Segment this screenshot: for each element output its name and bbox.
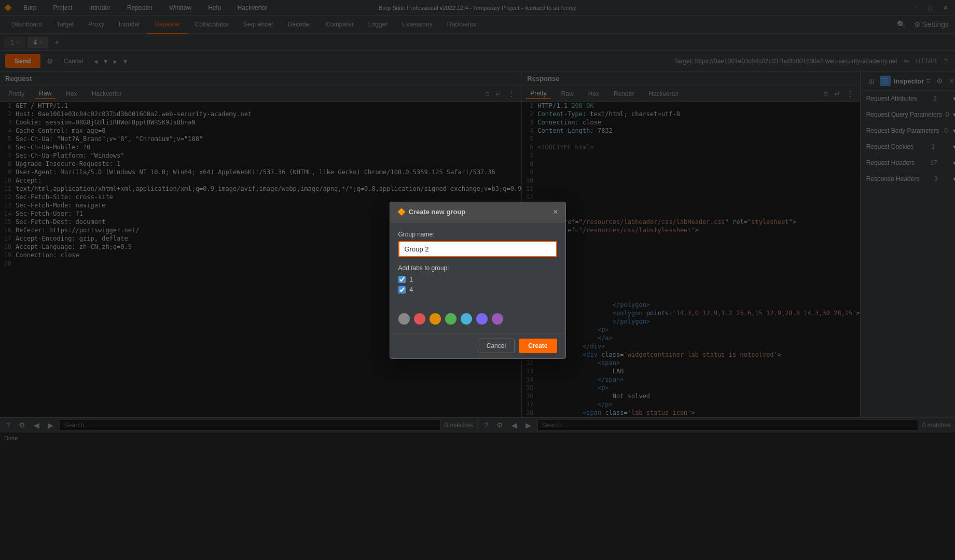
modal-footer: Cancel Create [390, 333, 565, 358]
tab-4-label: 4 [410, 286, 413, 293]
color-green[interactable] [445, 313, 456, 325]
color-orange[interactable] [430, 313, 441, 325]
modal-create-button[interactable]: Create [519, 339, 557, 353]
group-name-input[interactable] [398, 241, 557, 257]
color-palette [390, 305, 565, 333]
tabs-section: Add tabs to group: 1 4 [398, 264, 557, 293]
create-group-modal: 🔶 Create new group × Group name: Add tab… [390, 202, 566, 359]
tab-1-label: 1 [410, 276, 413, 283]
color-red[interactable] [414, 313, 425, 325]
group-name-label: Group name: [398, 231, 557, 238]
tab-checkbox-4: 4 [398, 286, 557, 293]
tab-4-checkbox[interactable] [398, 286, 406, 293]
tab-1-checkbox[interactable] [398, 276, 406, 283]
modal-close-button[interactable]: × [553, 207, 558, 217]
color-blue-purple[interactable] [476, 313, 488, 325]
modal-header: 🔶 Create new group × [390, 202, 565, 222]
modal-cancel-button[interactable]: Cancel [478, 339, 515, 353]
color-gray[interactable] [398, 313, 410, 325]
modal-overlay: 🔶 Create new group × Group name: Add tab… [0, 0, 955, 560]
modal-body: Group name: Add tabs to group: 1 4 [390, 222, 565, 305]
color-cyan[interactable] [461, 313, 472, 325]
tab-checkbox-1: 1 [398, 276, 557, 283]
color-purple[interactable] [492, 313, 503, 325]
tabs-section-label: Add tabs to group: [398, 264, 557, 272]
modal-icon: 🔶 [397, 208, 406, 216]
modal-title: 🔶 Create new group [397, 208, 466, 216]
